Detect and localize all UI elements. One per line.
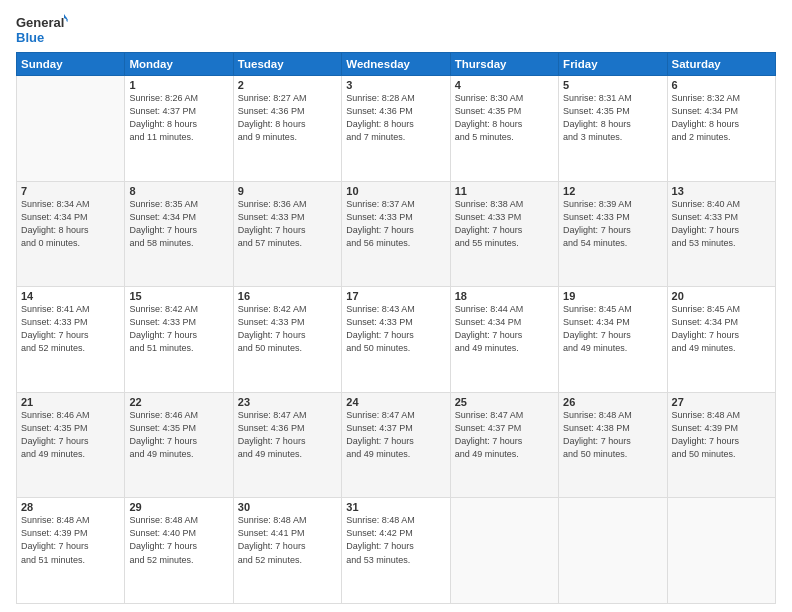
day-number: 8 — [129, 185, 228, 197]
day-number: 2 — [238, 79, 337, 91]
day-number: 17 — [346, 290, 445, 302]
day-info: Sunrise: 8:26 AMSunset: 4:37 PMDaylight:… — [129, 92, 228, 144]
calendar-cell: 23Sunrise: 8:47 AMSunset: 4:36 PMDayligh… — [233, 392, 341, 498]
day-info: Sunrise: 8:27 AMSunset: 4:36 PMDaylight:… — [238, 92, 337, 144]
day-number: 24 — [346, 396, 445, 408]
day-info: Sunrise: 8:42 AMSunset: 4:33 PMDaylight:… — [129, 303, 228, 355]
calendar-cell: 16Sunrise: 8:42 AMSunset: 4:33 PMDayligh… — [233, 287, 341, 393]
day-info: Sunrise: 8:43 AMSunset: 4:33 PMDaylight:… — [346, 303, 445, 355]
day-number: 20 — [672, 290, 771, 302]
calendar-cell: 14Sunrise: 8:41 AMSunset: 4:33 PMDayligh… — [17, 287, 125, 393]
day-number: 19 — [563, 290, 662, 302]
calendar-cell: 12Sunrise: 8:39 AMSunset: 4:33 PMDayligh… — [559, 181, 667, 287]
day-info: Sunrise: 8:46 AMSunset: 4:35 PMDaylight:… — [21, 409, 120, 461]
day-info: Sunrise: 8:46 AMSunset: 4:35 PMDaylight:… — [129, 409, 228, 461]
calendar-body: 1Sunrise: 8:26 AMSunset: 4:37 PMDaylight… — [17, 76, 776, 604]
day-info: Sunrise: 8:48 AMSunset: 4:39 PMDaylight:… — [672, 409, 771, 461]
calendar-cell: 17Sunrise: 8:43 AMSunset: 4:33 PMDayligh… — [342, 287, 450, 393]
day-info: Sunrise: 8:44 AMSunset: 4:34 PMDaylight:… — [455, 303, 554, 355]
weekday-header-sunday: Sunday — [17, 53, 125, 76]
day-number: 28 — [21, 501, 120, 513]
day-number: 16 — [238, 290, 337, 302]
day-info: Sunrise: 8:40 AMSunset: 4:33 PMDaylight:… — [672, 198, 771, 250]
day-info: Sunrise: 8:48 AMSunset: 4:42 PMDaylight:… — [346, 514, 445, 566]
calendar-week-2: 7Sunrise: 8:34 AMSunset: 4:34 PMDaylight… — [17, 181, 776, 287]
day-info: Sunrise: 8:48 AMSunset: 4:40 PMDaylight:… — [129, 514, 228, 566]
calendar-cell: 5Sunrise: 8:31 AMSunset: 4:35 PMDaylight… — [559, 76, 667, 182]
calendar-cell: 1Sunrise: 8:26 AMSunset: 4:37 PMDaylight… — [125, 76, 233, 182]
day-info: Sunrise: 8:42 AMSunset: 4:33 PMDaylight:… — [238, 303, 337, 355]
day-number: 4 — [455, 79, 554, 91]
page: General Blue SundayMondayTuesdayWednesda… — [0, 0, 792, 612]
calendar-week-1: 1Sunrise: 8:26 AMSunset: 4:37 PMDaylight… — [17, 76, 776, 182]
day-info: Sunrise: 8:48 AMSunset: 4:38 PMDaylight:… — [563, 409, 662, 461]
day-number: 22 — [129, 396, 228, 408]
day-number: 27 — [672, 396, 771, 408]
calendar-week-5: 28Sunrise: 8:48 AMSunset: 4:39 PMDayligh… — [17, 498, 776, 604]
day-number: 13 — [672, 185, 771, 197]
day-info: Sunrise: 8:36 AMSunset: 4:33 PMDaylight:… — [238, 198, 337, 250]
calendar-cell: 11Sunrise: 8:38 AMSunset: 4:33 PMDayligh… — [450, 181, 558, 287]
calendar-cell — [450, 498, 558, 604]
svg-text:Blue: Blue — [16, 30, 44, 45]
calendar-cell: 21Sunrise: 8:46 AMSunset: 4:35 PMDayligh… — [17, 392, 125, 498]
day-number: 1 — [129, 79, 228, 91]
header: General Blue — [16, 12, 776, 48]
calendar-cell: 9Sunrise: 8:36 AMSunset: 4:33 PMDaylight… — [233, 181, 341, 287]
day-number: 11 — [455, 185, 554, 197]
day-number: 7 — [21, 185, 120, 197]
day-number: 12 — [563, 185, 662, 197]
calendar-table: SundayMondayTuesdayWednesdayThursdayFrid… — [16, 52, 776, 604]
calendar-cell: 24Sunrise: 8:47 AMSunset: 4:37 PMDayligh… — [342, 392, 450, 498]
calendar-cell: 6Sunrise: 8:32 AMSunset: 4:34 PMDaylight… — [667, 76, 775, 182]
calendar-cell: 27Sunrise: 8:48 AMSunset: 4:39 PMDayligh… — [667, 392, 775, 498]
weekday-header-tuesday: Tuesday — [233, 53, 341, 76]
calendar-cell: 28Sunrise: 8:48 AMSunset: 4:39 PMDayligh… — [17, 498, 125, 604]
calendar-header-row: SundayMondayTuesdayWednesdayThursdayFrid… — [17, 53, 776, 76]
weekday-header-friday: Friday — [559, 53, 667, 76]
calendar-cell: 15Sunrise: 8:42 AMSunset: 4:33 PMDayligh… — [125, 287, 233, 393]
day-number: 31 — [346, 501, 445, 513]
day-info: Sunrise: 8:47 AMSunset: 4:37 PMDaylight:… — [455, 409, 554, 461]
calendar-cell: 18Sunrise: 8:44 AMSunset: 4:34 PMDayligh… — [450, 287, 558, 393]
day-info: Sunrise: 8:47 AMSunset: 4:37 PMDaylight:… — [346, 409, 445, 461]
calendar-cell: 3Sunrise: 8:28 AMSunset: 4:36 PMDaylight… — [342, 76, 450, 182]
weekday-header-thursday: Thursday — [450, 53, 558, 76]
calendar-cell: 7Sunrise: 8:34 AMSunset: 4:34 PMDaylight… — [17, 181, 125, 287]
day-info: Sunrise: 8:35 AMSunset: 4:34 PMDaylight:… — [129, 198, 228, 250]
day-number: 10 — [346, 185, 445, 197]
calendar-cell: 20Sunrise: 8:45 AMSunset: 4:34 PMDayligh… — [667, 287, 775, 393]
day-info: Sunrise: 8:32 AMSunset: 4:34 PMDaylight:… — [672, 92, 771, 144]
calendar-cell: 25Sunrise: 8:47 AMSunset: 4:37 PMDayligh… — [450, 392, 558, 498]
day-number: 26 — [563, 396, 662, 408]
calendar-cell — [667, 498, 775, 604]
day-info: Sunrise: 8:47 AMSunset: 4:36 PMDaylight:… — [238, 409, 337, 461]
calendar-cell: 8Sunrise: 8:35 AMSunset: 4:34 PMDaylight… — [125, 181, 233, 287]
day-info: Sunrise: 8:45 AMSunset: 4:34 PMDaylight:… — [672, 303, 771, 355]
calendar-week-4: 21Sunrise: 8:46 AMSunset: 4:35 PMDayligh… — [17, 392, 776, 498]
calendar-cell — [559, 498, 667, 604]
day-number: 30 — [238, 501, 337, 513]
day-number: 18 — [455, 290, 554, 302]
day-number: 14 — [21, 290, 120, 302]
calendar-cell: 31Sunrise: 8:48 AMSunset: 4:42 PMDayligh… — [342, 498, 450, 604]
logo-svg: General Blue — [16, 12, 68, 48]
day-number: 3 — [346, 79, 445, 91]
day-info: Sunrise: 8:28 AMSunset: 4:36 PMDaylight:… — [346, 92, 445, 144]
day-number: 5 — [563, 79, 662, 91]
day-number: 6 — [672, 79, 771, 91]
day-info: Sunrise: 8:41 AMSunset: 4:33 PMDaylight:… — [21, 303, 120, 355]
day-number: 23 — [238, 396, 337, 408]
calendar-cell: 22Sunrise: 8:46 AMSunset: 4:35 PMDayligh… — [125, 392, 233, 498]
weekday-header-monday: Monday — [125, 53, 233, 76]
calendar-cell: 10Sunrise: 8:37 AMSunset: 4:33 PMDayligh… — [342, 181, 450, 287]
day-number: 21 — [21, 396, 120, 408]
logo: General Blue — [16, 12, 68, 48]
calendar-cell: 29Sunrise: 8:48 AMSunset: 4:40 PMDayligh… — [125, 498, 233, 604]
day-info: Sunrise: 8:45 AMSunset: 4:34 PMDaylight:… — [563, 303, 662, 355]
day-info: Sunrise: 8:34 AMSunset: 4:34 PMDaylight:… — [21, 198, 120, 250]
calendar-cell: 30Sunrise: 8:48 AMSunset: 4:41 PMDayligh… — [233, 498, 341, 604]
calendar-cell: 26Sunrise: 8:48 AMSunset: 4:38 PMDayligh… — [559, 392, 667, 498]
calendar-cell: 2Sunrise: 8:27 AMSunset: 4:36 PMDaylight… — [233, 76, 341, 182]
calendar-cell: 4Sunrise: 8:30 AMSunset: 4:35 PMDaylight… — [450, 76, 558, 182]
